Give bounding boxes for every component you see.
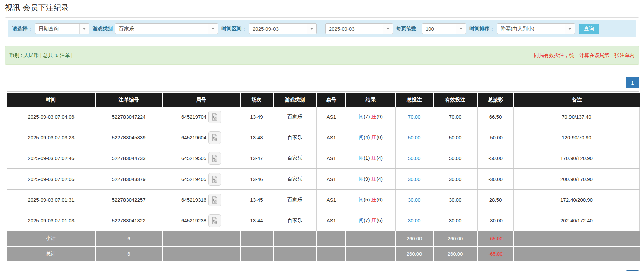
column-header: 桌号 bbox=[317, 93, 346, 107]
subtotal-valid-bet: 260.00 bbox=[433, 231, 478, 246]
cell-time: 2025-09-03 07:02:06 bbox=[7, 169, 95, 190]
round-id: 645219704 bbox=[181, 114, 206, 120]
cell-valid-bet: 30.00 bbox=[433, 190, 478, 210]
chevron-down-icon[interactable] bbox=[307, 24, 316, 34]
result-player-score: (4) bbox=[364, 134, 370, 140]
result-banker-label: 庄 bbox=[371, 155, 377, 161]
cell-session: 13-48 bbox=[240, 127, 273, 148]
result-banker-label: 庄 bbox=[371, 176, 377, 182]
search-button[interactable]: 查询 bbox=[579, 24, 599, 34]
date-to-select[interactable]: 2025-09-03 bbox=[325, 23, 393, 34]
cell-total-bet: 30.00 bbox=[396, 169, 433, 190]
cell-result: 闲(1) 庄(4) bbox=[346, 148, 396, 169]
cell-result: 闲(4) 庄(0) bbox=[346, 127, 396, 148]
cell-round: 645219405 bbox=[162, 169, 240, 190]
cell-payout: -50.00 bbox=[478, 127, 514, 148]
column-header: 游戏类别 bbox=[273, 93, 317, 107]
cell-total-bet: 50.00 bbox=[396, 127, 433, 148]
total-bet-link[interactable]: 30.00 bbox=[408, 197, 421, 203]
page-size-select[interactable]: 100 bbox=[422, 23, 466, 34]
total-bet-link[interactable]: 30.00 bbox=[408, 218, 421, 223]
total-total-bet: 260.00 bbox=[396, 246, 433, 261]
total-label: 总计 bbox=[7, 246, 95, 261]
summary-bar: 币别 : 人民币 | 总共 :6 注单 | 同局有效投注，统一计算在该局第一张注… bbox=[5, 46, 639, 65]
result-banker-score: (4) bbox=[377, 155, 383, 161]
sort-select[interactable]: 降幂(由大到小) bbox=[497, 23, 575, 34]
game-category-select[interactable]: 百家乐 bbox=[115, 23, 218, 34]
summary-notice: 同局有效投注，统一计算在该局第一张注单内 bbox=[534, 52, 635, 59]
query-type-label: 请选择： bbox=[12, 26, 33, 32]
cell-remark: 172.40/200.90 bbox=[514, 190, 640, 210]
date-from-select[interactable]: 2025-09-03 bbox=[249, 23, 317, 34]
cell-round: 645219604 bbox=[162, 127, 240, 148]
result-player-label: 闲 bbox=[359, 197, 364, 202]
video-replay-button[interactable] bbox=[208, 173, 221, 186]
total-bet-link[interactable]: 30.00 bbox=[408, 176, 421, 182]
cell-round: 645219238 bbox=[162, 210, 240, 231]
column-header: 备注 bbox=[514, 93, 640, 107]
records-table: 时间注单编号局号场次游戏类别桌号结果总投注有效投注总派彩备注 2025-09-0… bbox=[7, 93, 640, 261]
cell-round: 645219704 bbox=[162, 107, 240, 127]
chevron-down-icon[interactable] bbox=[565, 24, 575, 34]
cell-total-bet: 30.00 bbox=[396, 210, 433, 231]
chevron-down-icon[interactable] bbox=[456, 24, 466, 34]
total-bet-link[interactable]: 50.00 bbox=[408, 135, 421, 140]
round-id: 645219238 bbox=[181, 218, 206, 223]
cell-game: 百家乐 bbox=[273, 190, 317, 210]
video-replay-icon bbox=[211, 196, 219, 204]
cell-session: 13-45 bbox=[240, 190, 273, 210]
subtotal-payout: -65.00 bbox=[478, 231, 514, 246]
total-valid-bet: 260.00 bbox=[433, 246, 478, 261]
sort-value: 降幂(由大到小) bbox=[497, 26, 565, 32]
cell-result: 闲(7) 庄(6) bbox=[346, 210, 396, 231]
chevron-down-icon[interactable] bbox=[208, 24, 218, 34]
cell-result: 闲(5) 庄(6) bbox=[346, 190, 396, 210]
page-1-button[interactable]: 1 bbox=[626, 77, 639, 88]
page-size-label: 每页笔数 : bbox=[396, 26, 419, 32]
chevron-down-icon[interactable] bbox=[383, 24, 393, 34]
video-replay-button[interactable] bbox=[208, 111, 221, 123]
cell-payout: 28.50 bbox=[478, 190, 514, 210]
cell-time: 2025-09-03 07:01:03 bbox=[7, 210, 95, 231]
query-type-select[interactable]: 日期查询 bbox=[35, 23, 89, 34]
game-category-value: 百家乐 bbox=[115, 26, 208, 32]
video-replay-button[interactable] bbox=[208, 194, 221, 206]
video-replay-icon bbox=[211, 175, 219, 183]
result-player-label: 闲 bbox=[359, 134, 364, 140]
cell-valid-bet: 50.00 bbox=[433, 127, 478, 148]
video-replay-button[interactable] bbox=[208, 131, 221, 144]
table-row: 2025-09-03 07:01:31 522783042257 6452193… bbox=[7, 190, 640, 210]
video-replay-icon bbox=[211, 154, 219, 162]
cell-result: 闲(9) 庄(4) bbox=[346, 169, 396, 190]
round-id: 645219505 bbox=[181, 155, 206, 161]
summary-currency-count: 币别 : 人民币 | 总共 :6 注单 | bbox=[9, 52, 73, 59]
cell-table-no: AS1 bbox=[317, 127, 346, 148]
total-bet-link[interactable]: 50.00 bbox=[408, 155, 421, 161]
video-replay-button[interactable] bbox=[208, 214, 221, 227]
round-id: 645219316 bbox=[181, 197, 206, 203]
cell-game: 百家乐 bbox=[273, 210, 317, 231]
cell-session: 13-49 bbox=[240, 107, 273, 127]
result-banker-score: (6) bbox=[377, 197, 383, 202]
video-replay-button[interactable] bbox=[208, 152, 221, 165]
chevron-down-icon[interactable] bbox=[79, 24, 89, 34]
cell-result: 闲(7) 庄(9) bbox=[346, 107, 396, 127]
cell-table-no: AS1 bbox=[317, 210, 346, 231]
page-title: 视讯 会员下注纪录 bbox=[5, 3, 644, 13]
table-row: 2025-09-03 07:01:03 522783041322 6452192… bbox=[7, 210, 640, 231]
column-header: 局号 bbox=[162, 93, 240, 107]
cell-game: 百家乐 bbox=[273, 148, 317, 169]
subtotal-row: 小计 6 260.00 260.00 -65.00 bbox=[7, 231, 640, 246]
cell-payout: 66.50 bbox=[478, 107, 514, 127]
result-banker-score: (4) bbox=[377, 176, 383, 182]
cell-total-bet: 30.00 bbox=[396, 190, 433, 210]
result-banker-score: (0) bbox=[377, 134, 383, 140]
result-player-label: 闲 bbox=[359, 217, 364, 223]
cell-bet-id: 522783044733 bbox=[95, 148, 162, 169]
cell-total-bet: 70.00 bbox=[396, 107, 433, 127]
cell-remark: 202.40/172.40 bbox=[514, 210, 640, 231]
total-row: 总计 6 260.00 260.00 -65.00 bbox=[7, 246, 640, 261]
cell-time: 2025-09-03 07:03:23 bbox=[7, 127, 95, 148]
total-bet-link[interactable]: 70.00 bbox=[408, 114, 421, 120]
round-id: 645219604 bbox=[181, 135, 206, 140]
